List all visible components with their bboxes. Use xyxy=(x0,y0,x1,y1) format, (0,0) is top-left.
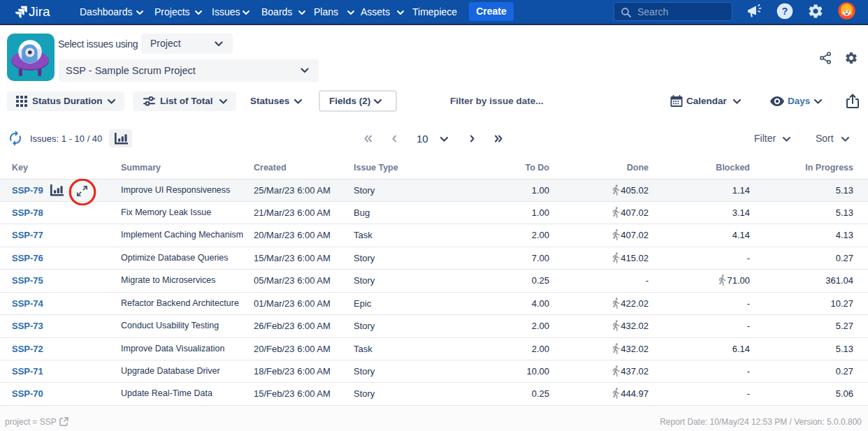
svg-text:?: ? xyxy=(782,6,788,17)
